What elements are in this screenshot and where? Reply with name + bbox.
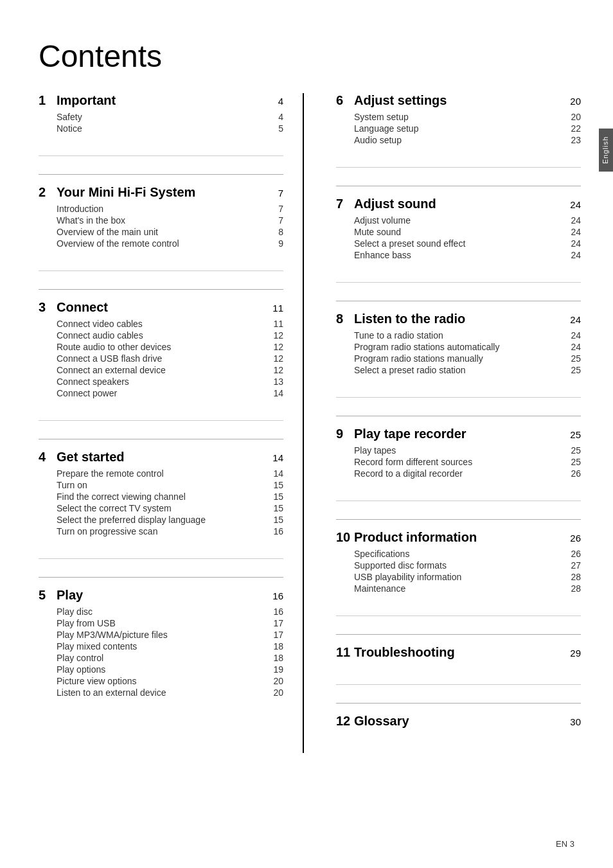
- toc-columns: 1Important4Safety4Notice52Your Mini Hi-F…: [39, 93, 581, 753]
- section-page-2: 7: [264, 188, 283, 199]
- sub-item: System setup20: [354, 112, 581, 122]
- sub-item-title: Audio setup: [354, 135, 562, 145]
- sub-item-title: Safety: [57, 112, 264, 122]
- sub-item-title: Route audio to other devices: [57, 342, 264, 352]
- sub-item-page: 14: [264, 388, 283, 398]
- sub-item-title: Select the preferred display language: [57, 515, 264, 525]
- sub-item-page: 7: [264, 204, 283, 214]
- toc-section-12: 12Glossary30: [336, 684, 581, 735]
- sub-item: Adjust volume24: [354, 215, 581, 226]
- sub-item-page: 26: [562, 468, 581, 479]
- sub-item: Enhance bass24: [354, 250, 581, 260]
- section-number-6: 6: [336, 93, 354, 108]
- side-tab: English: [599, 128, 613, 172]
- section-page-6: 20: [562, 96, 581, 107]
- col-right: 6Adjust settings20System setup20Language…: [330, 93, 581, 753]
- section-number-12: 12: [336, 714, 354, 729]
- section-number-9: 9: [336, 427, 354, 441]
- sub-item: Play options19: [57, 664, 283, 675]
- sub-item-title: Overview of the main unit: [57, 227, 264, 237]
- section-header-11: 11Troubleshooting29: [336, 645, 581, 660]
- sub-item: Tune to a radio station24: [354, 330, 581, 341]
- sub-item-page: 24: [562, 227, 581, 237]
- sub-item-title: Play mixed contents: [57, 641, 264, 651]
- section-title-3: Connect: [57, 300, 264, 315]
- sub-item-title: Find the correct viewing channel: [57, 492, 264, 502]
- section-page-9: 25: [562, 429, 581, 440]
- sub-item: Play tapes25: [354, 445, 581, 456]
- section-header-9: 9Play tape recorder25: [336, 427, 581, 441]
- sub-item: Audio setup23: [354, 135, 581, 145]
- sub-item-page: 23: [562, 135, 581, 145]
- toc-section-8: 8Listen to the radio24Tune to a radio st…: [336, 282, 581, 379]
- section-title-1: Important: [57, 93, 264, 108]
- sub-item: Prepare the remote control14: [57, 468, 283, 479]
- sub-item-page: 19: [264, 664, 283, 675]
- sub-item-page: 26: [562, 549, 581, 559]
- section-title-6: Adjust settings: [354, 93, 562, 108]
- sub-item-title: Supported disc formats: [354, 560, 562, 571]
- sub-item-page: 20: [264, 676, 283, 686]
- toc-section-10: 10Product information26Specifications26S…: [336, 500, 581, 598]
- sub-item: Mute sound24: [354, 227, 581, 237]
- sub-item-page: 7: [264, 215, 283, 226]
- section-title-4: Get started: [57, 450, 264, 465]
- section-title-2: Your Mini Hi-Fi System: [57, 185, 264, 200]
- sub-item: Connect an external device12: [57, 365, 283, 375]
- sub-item: Turn on progressive scan16: [57, 526, 283, 536]
- section-number-3: 3: [39, 300, 57, 315]
- sub-item-page: 12: [264, 353, 283, 364]
- sub-item: Overview of the main unit8: [57, 227, 283, 237]
- sub-item-page: 16: [264, 607, 283, 617]
- section-page-1: 4: [264, 96, 283, 107]
- sub-item-page: 22: [562, 123, 581, 134]
- sub-item-page: 13: [264, 376, 283, 387]
- sub-item-page: 17: [264, 630, 283, 640]
- sub-item-page: 15: [264, 480, 283, 490]
- sub-item: Supported disc formats27: [354, 560, 581, 571]
- section-page-10: 26: [562, 533, 581, 544]
- sub-item-page: 25: [562, 445, 581, 456]
- sub-item-title: Play disc: [57, 607, 264, 617]
- sub-item-title: Connect video cables: [57, 319, 264, 329]
- sub-item: Play from USB17: [57, 618, 283, 628]
- sub-item-page: 16: [264, 526, 283, 536]
- sub-item: Connect power14: [57, 388, 283, 398]
- sub-item-title: Mute sound: [354, 227, 562, 237]
- section-page-8: 24: [562, 314, 581, 325]
- toc-section-6: 6Adjust settings20System setup20Language…: [336, 93, 581, 149]
- sub-item-title: Play control: [57, 653, 264, 663]
- sub-item-title: Record form different sources: [354, 457, 562, 467]
- sub-item-title: Play MP3/WMA/picture files: [57, 630, 264, 640]
- section-number-5: 5: [39, 588, 57, 603]
- sub-item-page: 25: [562, 457, 581, 467]
- section-number-1: 1: [39, 93, 57, 108]
- toc-section-1: 1Important4Safety4Notice5: [39, 93, 283, 137]
- sub-item-title: Program radio stations automatically: [354, 342, 562, 352]
- sub-item-title: Introduction: [57, 204, 264, 214]
- sub-item: Introduction7: [57, 204, 283, 214]
- section-number-11: 11: [336, 645, 354, 660]
- sub-item-title: Picture view options: [57, 676, 264, 686]
- sub-item: Overview of the remote control9: [57, 238, 283, 249]
- sub-item-title: Connect an external device: [57, 365, 264, 375]
- section-number-8: 8: [336, 312, 354, 326]
- sub-item-title: Notice: [57, 123, 264, 134]
- sub-item: Program radio stations manually25: [354, 353, 581, 364]
- sub-item-title: Enhance bass: [354, 250, 562, 260]
- section-header-12: 12Glossary30: [336, 714, 581, 729]
- sub-item-title: Tune to a radio station: [354, 330, 562, 341]
- sub-item-page: 9: [264, 238, 283, 249]
- sub-item-page: 5: [264, 123, 283, 134]
- sub-item-page: 27: [562, 560, 581, 571]
- sub-item: Connect speakers13: [57, 376, 283, 387]
- section-header-1: 1Important4: [39, 93, 283, 108]
- sub-item-page: 17: [264, 618, 283, 628]
- sub-item-title: Play from USB: [57, 618, 264, 628]
- sub-item-title: Play options: [57, 664, 264, 675]
- section-header-10: 10Product information26: [336, 530, 581, 545]
- sub-item: Turn on15: [57, 480, 283, 490]
- sub-item: What's in the box7: [57, 215, 283, 226]
- toc-section-9: 9Play tape recorder25Play tapes25Record …: [336, 397, 581, 483]
- section-page-4: 14: [264, 452, 283, 463]
